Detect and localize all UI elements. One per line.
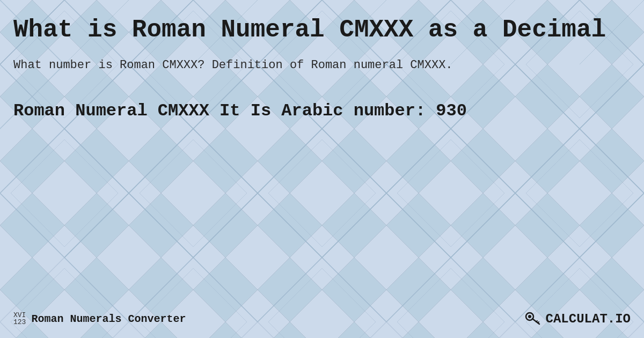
calculat-icon xyxy=(523,309,543,328)
icon-bottom: 123 xyxy=(13,319,26,326)
svg-line-44 xyxy=(532,319,539,324)
svg-point-43 xyxy=(528,315,531,318)
footer: XVI 123 Roman Numerals Converter CALCULA… xyxy=(13,309,631,328)
result-text: Roman Numeral CMXXX It Is Arabic number:… xyxy=(13,101,631,121)
svg-line-45 xyxy=(536,321,537,322)
svg-line-46 xyxy=(538,322,539,323)
calculat-logo: CALCULAT.IO xyxy=(523,309,631,328)
page-subtitle: What number is Roman CMXXX? Definition o… xyxy=(13,56,631,74)
footer-label: Roman Numerals Converter xyxy=(31,313,186,325)
roman-numeral-icon: XVI 123 xyxy=(13,312,26,326)
footer-left: XVI 123 Roman Numerals Converter xyxy=(13,312,186,326)
calculat-brand-text: CALCULAT.IO xyxy=(546,312,631,326)
page-title: What is Roman Numeral CMXXX as a Decimal xyxy=(13,16,631,45)
